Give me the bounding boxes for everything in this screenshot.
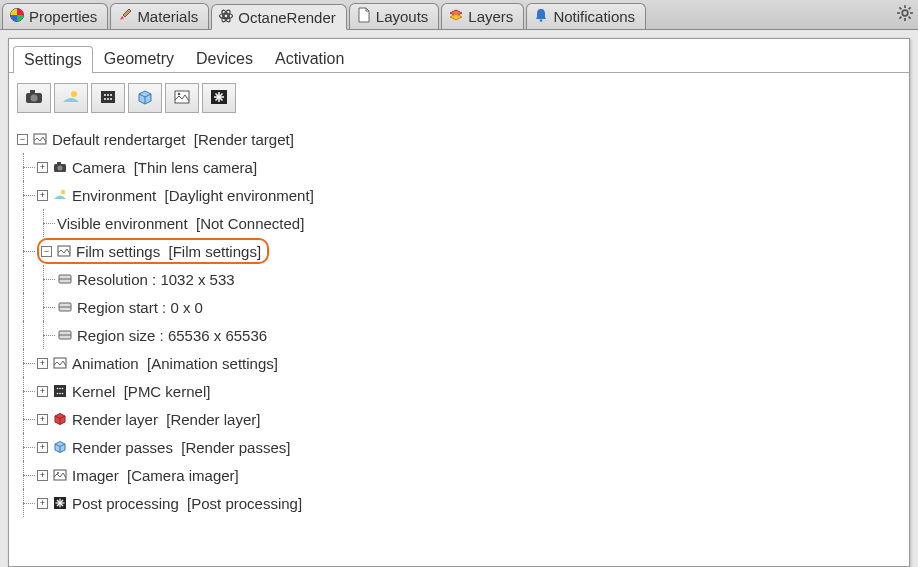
svg-point-48 — [59, 388, 61, 390]
camera-icon — [24, 88, 44, 109]
expand-icon[interactable]: + — [37, 190, 48, 201]
tree-node-film-settings[interactable]: − Film settings [Film settings] — [17, 237, 901, 265]
tab-properties[interactable]: Properties — [2, 3, 108, 29]
node-type: [Post processing] — [187, 495, 302, 512]
node-name: Visible environment — [57, 215, 188, 232]
sparkle-icon — [209, 88, 229, 109]
tree-node-kernel[interactable]: + Kernel [PMC kernel] — [17, 377, 901, 405]
tree-leaf-region-start[interactable]: Region start : 0 x 0 — [17, 293, 901, 321]
node-name: Kernel — [72, 383, 115, 400]
svg-point-49 — [62, 388, 64, 390]
expand-icon[interactable]: + — [37, 162, 48, 173]
tree-node-post-processing[interactable]: + Post processing [Post processing] — [17, 489, 901, 517]
expand-icon[interactable]: + — [37, 358, 48, 369]
tab-layouts[interactable]: Layouts — [349, 3, 440, 29]
sub-tab-activation[interactable]: Activation — [264, 45, 355, 72]
octane-icon — [218, 8, 234, 27]
tab-materials[interactable]: Materials — [110, 3, 209, 29]
tree-node-render-passes[interactable]: + Render passes [Render passes] — [17, 433, 901, 461]
tree-node-visible-environment[interactable]: Visible environment [Not Connected] — [17, 209, 901, 237]
node-name: Render passes — [72, 439, 173, 456]
svg-point-21 — [107, 94, 109, 96]
svg-point-37 — [61, 190, 65, 194]
svg-line-12 — [909, 17, 911, 19]
expand-icon[interactable]: + — [37, 386, 48, 397]
sub-tab-devices[interactable]: Devices — [185, 45, 264, 72]
svg-point-24 — [107, 98, 109, 100]
bell-icon — [533, 7, 549, 26]
node-type: [Camera imager] — [127, 467, 239, 484]
brush-icon — [117, 7, 133, 26]
rendertarget-icon — [32, 131, 48, 147]
film-leaf-icon — [57, 299, 73, 315]
node-type: [Film settings] — [169, 243, 262, 260]
svg-point-54 — [57, 472, 59, 474]
svg-rect-36 — [57, 162, 61, 165]
tree-node-rendertarget[interactable]: − Default rendertarget [Render target] — [17, 125, 901, 153]
svg-point-25 — [110, 98, 112, 100]
red-cube-icon — [52, 411, 68, 427]
svg-point-50 — [57, 393, 59, 395]
camera-icon — [52, 159, 68, 175]
sparkle-icon — [52, 495, 68, 511]
sub-tab-label: Settings — [24, 51, 82, 68]
sub-tab-settings[interactable]: Settings — [13, 46, 93, 73]
collapse-icon[interactable]: − — [17, 134, 28, 145]
expand-icon[interactable]: + — [37, 470, 48, 481]
svg-point-18 — [71, 91, 77, 97]
tree-node-render-layer[interactable]: + Render layer [Render layer] — [17, 405, 901, 433]
node-name: Environment — [72, 187, 156, 204]
toolbar-camera-button[interactable] — [17, 83, 51, 113]
tab-label: Notifications — [553, 8, 635, 25]
node-type: [Not Connected] — [196, 215, 304, 232]
node-type: [Render target] — [194, 131, 294, 148]
tree-leaf-region-size[interactable]: Region size : 65536 x 65536 — [17, 321, 901, 349]
expand-icon[interactable]: + — [37, 414, 48, 425]
tree-leaf-resolution[interactable]: Resolution : 1032 x 533 — [17, 265, 901, 293]
toolbar-render-layer-button[interactable] — [128, 83, 162, 113]
tab-label: OctaneRender — [238, 9, 336, 26]
expand-icon[interactable]: + — [37, 498, 48, 509]
svg-point-35 — [58, 166, 63, 171]
expand-icon[interactable]: + — [37, 442, 48, 453]
tab-layers[interactable]: Layers — [441, 3, 524, 29]
layers-icon — [448, 7, 464, 26]
toolbar-environment-button[interactable] — [54, 83, 88, 113]
color-wheel-icon — [9, 7, 25, 26]
tree-node-camera[interactable]: + Camera [Thin lens camera] — [17, 153, 901, 181]
gear-icon[interactable] — [896, 4, 914, 25]
sun-env-icon — [61, 88, 81, 109]
highlight-ring: − Film settings [Film settings] — [37, 238, 269, 264]
svg-point-20 — [104, 94, 106, 96]
settings-panel: Settings Geometry Devices Activation − D… — [8, 38, 910, 567]
sub-tab-geometry[interactable]: Geometry — [93, 45, 185, 72]
svg-rect-17 — [30, 90, 35, 93]
toolbar-post-processing-button[interactable] — [202, 83, 236, 113]
collapse-icon[interactable]: − — [41, 246, 52, 257]
tree-node-animation[interactable]: + Animation [Animation settings] — [17, 349, 901, 377]
tab-octanerender[interactable]: OctaneRender — [211, 4, 347, 30]
sun-env-icon — [52, 187, 68, 203]
tab-notifications[interactable]: Notifications — [526, 3, 646, 29]
tab-label: Layers — [468, 8, 513, 25]
sub-tab-label: Activation — [275, 50, 344, 67]
svg-point-22 — [110, 94, 112, 96]
render-settings-tree: − Default rendertarget [Render target] +… — [9, 121, 909, 525]
document-icon — [356, 7, 372, 26]
tree-node-imager[interactable]: + Imager [Camera imager] — [17, 461, 901, 489]
node-name: Post processing — [72, 495, 179, 512]
kernel-icon — [52, 383, 68, 399]
image-icon — [52, 355, 68, 371]
toolbar-imager-button[interactable] — [165, 83, 199, 113]
svg-rect-19 — [101, 91, 115, 103]
tree-node-environment[interactable]: + Environment [Daylight environment] — [17, 181, 901, 209]
node-name: Render layer — [72, 411, 158, 428]
node-type: [Render layer] — [166, 411, 260, 428]
leaf-label: Region start : 0 x 0 — [77, 299, 203, 316]
leaf-label: Resolution : 1032 x 533 — [77, 271, 235, 288]
svg-point-52 — [62, 393, 64, 395]
main-tab-bar: Properties Materials OctaneRender Layout… — [0, 0, 918, 30]
image-icon — [52, 467, 68, 483]
tab-label: Materials — [137, 8, 198, 25]
toolbar-kernel-button[interactable] — [91, 83, 125, 113]
